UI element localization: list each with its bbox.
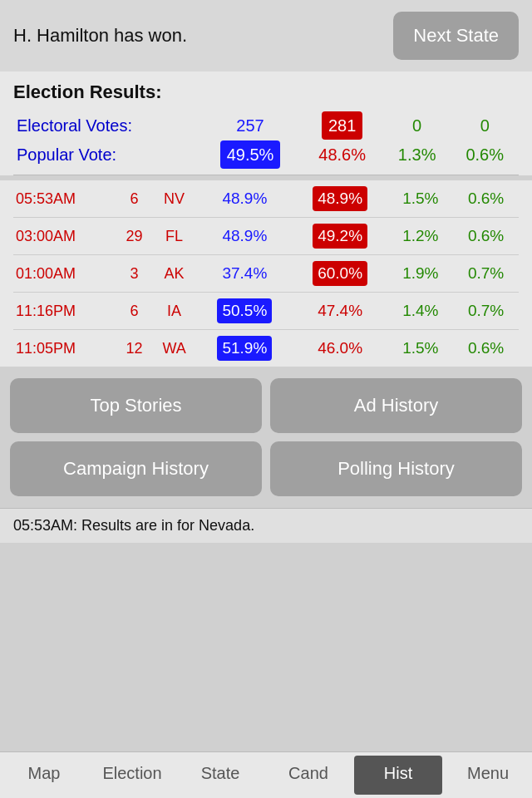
- hist-state: WA: [151, 330, 197, 367]
- status-text: 05:53AM: Results are in for Nevada.: [13, 517, 254, 534]
- top-bar: H. Hamilton has won. Next State: [0, 0, 532, 71]
- hist-blue: 48.9%: [197, 218, 293, 255]
- hist-g1: 1.5%: [387, 180, 453, 218]
- results-table: Electoral Votes: 257 281 0 0 Popular Vot…: [13, 111, 519, 170]
- popular-g2: 0.6%: [451, 140, 519, 170]
- hist-time: 01:00AM: [13, 255, 117, 293]
- hist-g2: 0.7%: [453, 293, 519, 330]
- hist-state: IA: [151, 293, 197, 330]
- hist-red: 46.0%: [293, 330, 388, 367]
- electoral-blue: 257: [200, 111, 302, 140]
- hist-time: 11:05PM: [13, 330, 117, 367]
- hist-red: 49.2%: [293, 218, 388, 255]
- hist-red: 60.0%: [293, 255, 388, 293]
- hist-g1: 1.9%: [387, 255, 453, 293]
- campaign-history-button[interactable]: Campaign History: [10, 441, 262, 496]
- hist-blue: 50.5%: [197, 293, 293, 330]
- hist-g1: 1.2%: [387, 218, 453, 255]
- hist-g2: 0.6%: [453, 330, 519, 367]
- ad-history-button[interactable]: Ad History: [270, 378, 522, 433]
- hist-g2: 0.6%: [453, 180, 519, 218]
- nav-item-hist[interactable]: Hist: [354, 756, 442, 795]
- top-stories-button[interactable]: Top Stories: [10, 378, 262, 433]
- electoral-votes-label: Electoral Votes:: [13, 111, 200, 140]
- polling-history-button[interactable]: Polling History: [270, 441, 522, 496]
- hist-state: FL: [151, 218, 197, 255]
- hist-ev: 6: [117, 293, 152, 330]
- winner-text: H. Hamilton has won.: [13, 25, 187, 47]
- history-section: 05:53AM 6 NV 48.9% 48.9% 1.5% 0.6% 03:00…: [0, 180, 532, 367]
- nav-item-menu[interactable]: Menu: [444, 752, 532, 798]
- hist-red: 48.9%: [293, 180, 388, 218]
- hist-state: AK: [151, 255, 197, 293]
- hist-red: 47.4%: [293, 293, 388, 330]
- nav-item-state[interactable]: State: [176, 752, 264, 798]
- hist-time: 11:16PM: [13, 293, 117, 330]
- hist-ev: 12: [117, 330, 152, 367]
- nav-item-map[interactable]: Map: [0, 752, 88, 798]
- popular-vote-label: Popular Vote:: [13, 140, 200, 170]
- electoral-votes-row: Electoral Votes: 257 281 0 0: [13, 111, 519, 140]
- history-row: 11:16PM 6 IA 50.5% 47.4% 1.4% 0.7%: [13, 293, 519, 330]
- popular-vote-row: Popular Vote: 49.5% 48.6% 1.3% 0.6%: [13, 140, 519, 170]
- history-row: 05:53AM 6 NV 48.9% 48.9% 1.5% 0.6%: [13, 180, 519, 218]
- hist-time: 03:00AM: [13, 218, 117, 255]
- action-buttons: Top Stories Ad History Campaign History …: [0, 367, 532, 508]
- hist-g2: 0.6%: [453, 218, 519, 255]
- hist-g1: 1.5%: [387, 330, 453, 367]
- popular-blue: 49.5%: [220, 140, 281, 169]
- hist-ev: 29: [117, 218, 152, 255]
- electoral-red: 281: [322, 111, 362, 140]
- bottom-nav: MapElectionStateCandHistMenu: [0, 751, 532, 798]
- hist-g2: 0.7%: [453, 255, 519, 293]
- status-bar: 05:53AM: Results are in for Nevada.: [0, 508, 532, 543]
- hist-blue: 48.9%: [197, 180, 293, 218]
- popular-g1: 1.3%: [383, 140, 451, 170]
- next-state-button[interactable]: Next State: [393, 12, 519, 60]
- nav-item-election[interactable]: Election: [88, 752, 176, 798]
- nav-item-cand[interactable]: Cand: [264, 752, 352, 798]
- history-row: 11:05PM 12 WA 51.9% 46.0% 1.5% 0.6%: [13, 330, 519, 367]
- electoral-g2: 0: [451, 111, 519, 140]
- hist-ev: 3: [117, 255, 152, 293]
- hist-ev: 6: [117, 180, 152, 218]
- results-title: Election Results:: [13, 81, 519, 103]
- election-results-section: Election Results: Electoral Votes: 257 2…: [0, 71, 532, 175]
- history-row: 01:00AM 3 AK 37.4% 60.0% 1.9% 0.7%: [13, 255, 519, 293]
- hist-blue: 37.4%: [197, 255, 293, 293]
- popular-red: 48.6%: [301, 140, 382, 170]
- hist-state: NV: [151, 180, 197, 218]
- hist-time: 05:53AM: [13, 180, 117, 218]
- hist-g1: 1.4%: [387, 293, 453, 330]
- history-table: 05:53AM 6 NV 48.9% 48.9% 1.5% 0.6% 03:00…: [13, 180, 519, 367]
- hist-blue: 51.9%: [197, 330, 293, 367]
- electoral-g1: 0: [383, 111, 451, 140]
- history-row: 03:00AM 29 FL 48.9% 49.2% 1.2% 0.6%: [13, 218, 519, 255]
